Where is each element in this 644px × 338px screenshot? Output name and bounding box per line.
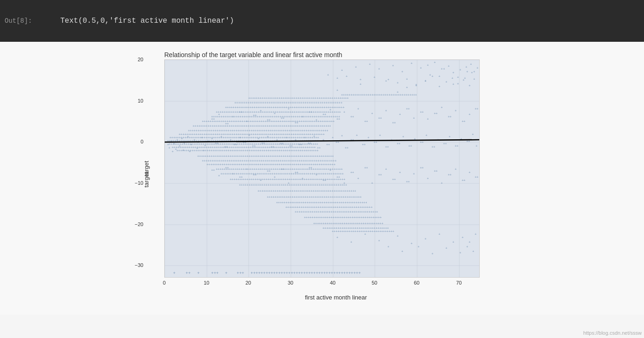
svg-text:++: ++ (443, 142, 447, 145)
svg-text:+: + (371, 182, 373, 185)
svg-text:++++++++++++++++++++++++++++++: ++++++++++++++++++++++++++++++++++++++++… (267, 195, 361, 199)
svg-text:+: + (425, 237, 426, 240)
svg-text:++++++++++++++++++++++++++++++: ++++++++++++++++++++++++++++++++++++++++… (193, 124, 331, 128)
svg-text:+: + (378, 67, 380, 71)
svg-text:+: + (457, 76, 459, 79)
svg-text:++++++++++++++++++++++++++++++: ++++++++++++++++++++++++++++++++++++++++… (172, 146, 316, 149)
svg-text:++: ++ (420, 166, 424, 169)
x-tick-70: 70 (456, 280, 462, 286)
svg-text:+: + (399, 171, 401, 174)
svg-text:++++++++++++++++++++++++++++++: ++++++++++++++++++++++++++++++++++++++++… (251, 271, 361, 276)
svg-text:+: + (357, 177, 359, 180)
svg-text:+: + (425, 134, 427, 137)
svg-text:+: + (355, 65, 357, 69)
svg-text:++: ++ (448, 173, 451, 176)
code-output-bar: Out[8]: Text(0.5,0,'first active month l… (0, 0, 644, 42)
svg-text:++: ++ (434, 169, 438, 173)
svg-text:+: + (420, 66, 422, 70)
svg-text:++: ++ (350, 171, 354, 174)
plot-svg: + ++ + +++ + +++ +++++++++++++++++++++++… (164, 59, 480, 278)
svg-text:+: + (469, 113, 470, 116)
output-text: Text(0.5,0,'first active month linear') (60, 17, 234, 25)
svg-text:++: ++ (364, 120, 368, 123)
x-tick-30: 30 (288, 280, 293, 286)
svg-text:+: + (466, 245, 468, 248)
svg-text:++: ++ (475, 107, 478, 110)
svg-text:+: + (438, 75, 440, 78)
svg-text:+: + (341, 69, 343, 72)
svg-text:+: + (464, 77, 466, 80)
svg-text:+: + (445, 247, 447, 250)
svg-text:+: + (369, 63, 371, 66)
svg-text:+: + (462, 236, 464, 239)
svg-text:++++++++++++++++++++++++++++++: ++++++++++++++++++++++++++++++++++++++++… (295, 210, 378, 214)
y-tick-20: 20 (138, 57, 143, 62)
svg-text:+: + (385, 168, 387, 171)
svg-text:+: + (429, 73, 431, 77)
svg-text:+: + (346, 75, 348, 78)
svg-text:+: + (401, 70, 403, 73)
svg-text:+: + (379, 134, 381, 137)
svg-text:+: + (357, 107, 359, 110)
svg-text:++++++++++++++++++++++++++++++: ++++++++++++++++++++++++++++++++++++++++… (206, 163, 335, 166)
svg-text:+: + (459, 251, 461, 254)
svg-text:++: ++ (385, 145, 389, 149)
svg-text:+: + (445, 80, 447, 84)
svg-text:+: + (197, 271, 200, 276)
svg-text:+++: +++ (237, 271, 244, 276)
svg-text:+: + (413, 172, 415, 176)
svg-text:+: + (451, 77, 453, 80)
svg-text:+: + (336, 77, 338, 80)
svg-text:+: + (472, 250, 474, 253)
svg-text:+: + (457, 82, 459, 85)
svg-text:++++++++++++++++++++++++++++++: ++++++++++++++++++++++++++++++++++++++++… (179, 133, 325, 136)
scatter-dots: + ++ + +++ + +++ +++++++++++++++++++++++… (167, 61, 478, 276)
svg-text:++: ++ (211, 169, 215, 172)
svg-text:+: + (441, 182, 443, 185)
svg-text:+: + (406, 86, 408, 89)
svg-text:+: + (385, 79, 387, 83)
svg-text:+: + (438, 85, 440, 88)
svg-text:++++++++++++++++++++++++++++++: ++++++++++++++++++++++++++++++++++++++++… (285, 206, 373, 209)
svg-text:++++++++++++++++++++++++++++++: ++++++++++++++++++++++++++++++++++++++++… (169, 136, 319, 139)
svg-text:++: ++ (462, 120, 465, 123)
svg-text:+: + (443, 67, 445, 71)
svg-text:++: ++ (406, 180, 410, 183)
svg-text:++: ++ (364, 166, 368, 169)
y-tick-neg20: −20 (135, 221, 143, 227)
svg-text:+: + (471, 71, 473, 74)
svg-text:++++++++++++++++++++++++++++++: ++++++++++++++++++++++++++++++++++++++++… (202, 120, 335, 123)
svg-text:+: + (371, 112, 373, 115)
svg-text:++: ++ (362, 143, 366, 146)
svg-text:+: + (402, 135, 404, 138)
svg-text:+: + (477, 66, 478, 70)
svg-text:+: + (449, 135, 451, 138)
svg-text:+: + (465, 65, 467, 69)
watermark: https://blog.csdn.net/sssw (583, 330, 642, 336)
svg-text:++: ++ (350, 115, 354, 118)
svg-text:+: + (427, 64, 429, 67)
svg-text:++++++++++++++++++++++++++++++: ++++++++++++++++++++++++++++++++++++++++… (258, 189, 356, 193)
chart-title: Relationship of the target variable and … (164, 51, 508, 58)
svg-text:++: ++ (378, 117, 382, 120)
svg-text:+: + (425, 79, 426, 83)
x-tick-50: 50 (372, 280, 377, 286)
svg-text:++: ++ (397, 142, 400, 145)
svg-text:+: + (350, 240, 352, 244)
svg-text:+: + (378, 239, 380, 242)
svg-text:+: + (455, 109, 457, 112)
svg-text:+: + (413, 117, 415, 120)
svg-text:++: ++ (186, 271, 191, 276)
svg-text:+: + (397, 81, 399, 84)
svg-text:+: + (476, 144, 477, 148)
svg-text:+: + (469, 240, 470, 244)
output-label: Out[8]: (5, 17, 32, 25)
svg-text:+: + (364, 233, 366, 236)
svg-text:+: + (341, 134, 343, 137)
svg-text:++++++++++++++++++++++++++++++: ++++++++++++++++++++++++++++++++++++++++… (176, 149, 319, 152)
svg-text:++++++++++++++++++++++++++++++: +++++++++++++++++++++++++++++++++++ (322, 227, 389, 230)
svg-text:++++++++++++++++++++++++++++++: ++++++++++++++++++++++++++++++++++++++++… (239, 183, 347, 187)
svg-text:+: + (418, 245, 419, 248)
svg-text:++: ++ (408, 144, 412, 148)
svg-text:+: + (411, 62, 412, 65)
